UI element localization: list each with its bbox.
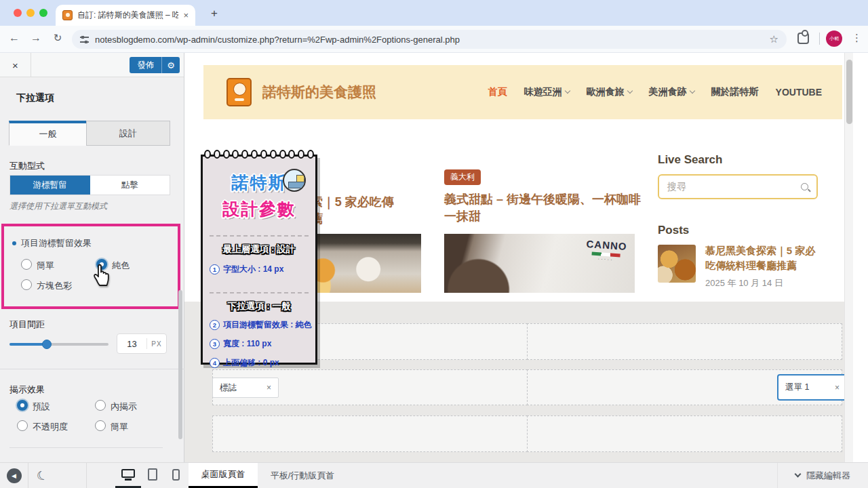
toggle-hover[interactable]: 游標暫留: [10, 176, 90, 195]
collapse-sidebar-icon[interactable]: ◀: [7, 468, 22, 483]
toggle-click[interactable]: 點擊: [90, 176, 170, 195]
notepad-title-2: 設計參數: [203, 198, 315, 220]
section-divider: [9, 447, 163, 448]
address-bar[interactable]: notesblogdemo.com/wp-admin/customize.php…: [72, 30, 787, 49]
spacing-value[interactable]: 13: [117, 339, 146, 349]
reload-icon[interactable]: ↻: [50, 32, 65, 44]
interaction-type-label: 互動型式: [9, 160, 45, 172]
sidebar-scrollbar[interactable]: [178, 290, 182, 439]
chevron-down-icon: [627, 88, 632, 94]
tab-title: 自訂: 諾特斯的美食護照 – 吃遍: [77, 9, 178, 21]
browser-toolbar: ← → ↻ notesblogdemo.com/wp-admin/customi…: [0, 26, 868, 53]
browser-window: 自訂: 諾特斯的美食護照 – 吃遍 × + ← → ↻ notesblogdem…: [0, 0, 868, 488]
search-icon[interactable]: [801, 183, 808, 190]
reveal-effect-label: 揭示效果: [9, 384, 45, 396]
menu-chip[interactable]: 選單 1 ×: [777, 374, 848, 401]
card2-title[interactable]: 義式甜點 – 街邊午後暖陽、一杯咖啡一抹甜: [444, 191, 641, 225]
radio-opacity[interactable]: [17, 420, 28, 431]
nav-europe[interactable]: 歐洲食旅: [587, 86, 632, 98]
radio-default-label[interactable]: 預設: [33, 401, 50, 413]
customizer-close-button[interactable]: ×: [0, 53, 31, 77]
modified-indicator-dot: [12, 241, 16, 245]
interaction-toggle-group: 游標暫留 點擊: [9, 175, 170, 195]
tab-desktop-header[interactable]: 桌面版頁首: [189, 463, 258, 488]
post-title[interactable]: 慕尼黑美食探索｜5 家必吃傳統料理餐廳推薦: [705, 243, 822, 273]
phone-device-icon[interactable]: [172, 469, 180, 481]
builder-cell[interactable]: [527, 415, 842, 452]
site-nav: 首頁 味遊亞洲 歐洲食旅 美洲食跡 關於諾特斯 YOUTUBE: [488, 86, 822, 98]
logo-chip[interactable]: 標誌 ×: [212, 378, 279, 398]
radio-simple[interactable]: [21, 259, 32, 270]
post-date: 2025 年 10 月 14 日: [705, 277, 783, 289]
radio-inner-reveal[interactable]: [95, 400, 106, 411]
profile-avatar[interactable]: 小範: [826, 30, 842, 47]
publish-button[interactable]: 發佈: [130, 57, 161, 73]
radio-simple2-label[interactable]: 簡單: [111, 421, 128, 433]
tab-tablet-mobile-header[interactable]: 平板/行動版頁首: [258, 463, 347, 488]
dark-mode-moon-icon[interactable]: ☾: [35, 467, 50, 485]
card1-title[interactable]: 探索｜5 家必吃傳 推薦: [298, 194, 427, 228]
radio-block-color[interactable]: [21, 279, 32, 290]
interaction-hint: 選擇使用下拉選單互動模式: [9, 201, 107, 212]
posts-heading: Posts: [658, 224, 689, 237]
radio-simple-label[interactable]: 簡單: [37, 260, 54, 272]
browser-menu-icon[interactable]: ⋮: [852, 32, 862, 44]
radio-solid-color-label[interactable]: 純色: [112, 260, 130, 272]
nav-america[interactable]: 美洲食跡: [649, 86, 694, 98]
spacing-value-input[interactable]: 13 PX: [117, 333, 167, 354]
forward-icon[interactable]: →: [28, 32, 43, 44]
tab-design[interactable]: 設計: [86, 121, 170, 146]
nav-asia[interactable]: 味遊亞洲: [524, 86, 570, 98]
builder-cell[interactable]: [212, 415, 528, 452]
passport-logo-icon[interactable]: [226, 78, 252, 106]
search-input[interactable]: 搜尋: [658, 174, 818, 199]
remove-icon[interactable]: ×: [835, 383, 840, 392]
builder-cell[interactable]: [527, 323, 842, 360]
back-icon[interactable]: ←: [7, 32, 22, 44]
nav-youtube[interactable]: YOUTUBE: [776, 87, 822, 98]
site-settings-icon[interactable]: [80, 36, 89, 43]
bookmark-star-icon[interactable]: ☆: [770, 33, 778, 45]
publish-settings-gear-icon[interactable]: ⚙: [161, 57, 180, 73]
workspace: × 發佈 ⚙ 下拉選項 一般 設計 互動型式 游標暫留 點擊 選擇使用下拉選單互…: [0, 53, 868, 462]
preview-scrollbar-thumb[interactable]: [846, 60, 852, 124]
preview-scrollbar[interactable]: [844, 53, 853, 462]
notepad-badge-1: 最上層選項 : 設計: [203, 243, 315, 256]
tab-close-icon[interactable]: ×: [183, 11, 189, 20]
desktop-device-icon[interactable]: [121, 469, 135, 478]
customizer-bottom-bar: ◀ ☾ 桌面版頁首 平板/行動版頁首 隱藏編輯器: [0, 462, 868, 488]
browser-tab[interactable]: 自訂: 諾特斯的美食護照 – 吃遍 ×: [56, 5, 195, 26]
category-badge[interactable]: 義大利: [444, 169, 481, 185]
card2-image[interactable]: CANNO ·····: [444, 234, 635, 293]
remove-icon[interactable]: ×: [267, 383, 271, 392]
site-header: 諾特斯的美食護照 首頁 味遊亞洲 歐洲食旅 美洲食跡 關於諾特斯 YOUTUBE: [203, 65, 842, 119]
spacing-slider-thumb[interactable]: [42, 340, 52, 349]
radio-inner-reveal-label[interactable]: 內揭示: [111, 401, 137, 413]
spacing-slider-fill: [9, 343, 46, 346]
window-close-button[interactable]: [14, 9, 22, 17]
post-thumbnail[interactable]: [658, 245, 696, 283]
radio-block-color-label[interactable]: 方塊色彩: [37, 280, 72, 292]
search-placeholder: 搜尋: [667, 181, 801, 193]
design-notes-graphic: 諾特斯 設計參數 最上層選項 : 設計 1 字型大小 : 14 px 下拉選項 …: [201, 155, 317, 365]
window-zoom-button[interactable]: [39, 9, 47, 17]
tab-general[interactable]: 一般: [9, 121, 87, 146]
radio-default[interactable]: [17, 400, 28, 411]
radio-simple2[interactable]: [95, 420, 106, 431]
customizer-header: × 發佈 ⚙: [0, 53, 184, 77]
tablet-device-icon[interactable]: [148, 468, 157, 481]
window-minimize-button[interactable]: [26, 9, 35, 17]
radio-opacity-label[interactable]: 不透明度: [33, 421, 68, 433]
settings-tabs: 一般 設計: [9, 121, 170, 146]
new-tab-button[interactable]: +: [206, 5, 222, 22]
spacing-slider[interactable]: [9, 343, 108, 346]
builder-row: [212, 415, 842, 452]
nav-about[interactable]: 關於諾特斯: [711, 86, 759, 98]
item-spacing-label: 項目間距: [9, 319, 45, 331]
nav-home[interactable]: 首頁: [488, 86, 507, 98]
hide-editor-button[interactable]: 隱藏編輯器: [777, 463, 850, 488]
site-preview: 諾特斯的美食護照 首頁 味遊亞洲 歐洲食旅 美洲食跡 關於諾特斯 YOUTUBE: [184, 53, 868, 462]
extensions-icon[interactable]: [797, 33, 809, 44]
site-title[interactable]: 諾特斯的美食護照: [262, 83, 376, 102]
notepad-badge-2: 下拉選項 : 一般: [203, 300, 315, 312]
